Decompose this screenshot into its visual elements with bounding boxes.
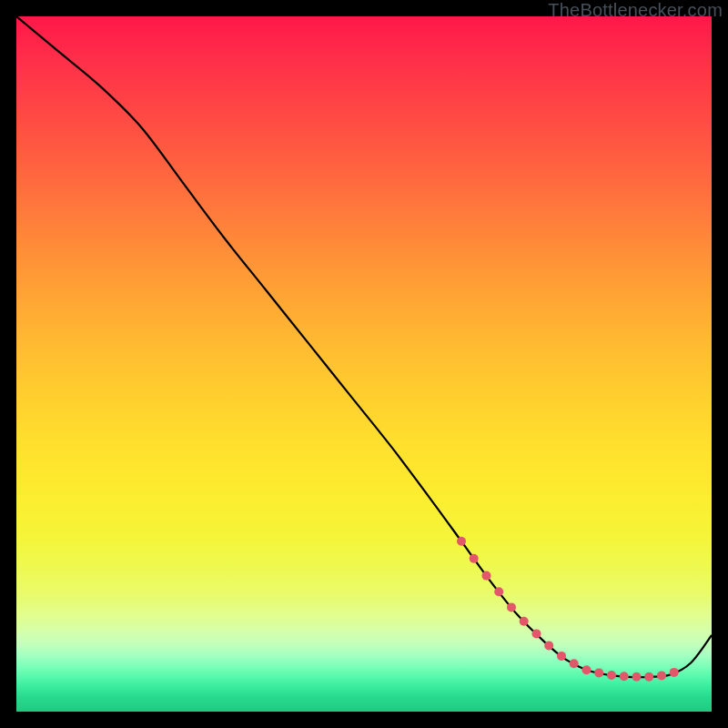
curve-dot [570, 659, 579, 668]
curve-dot [544, 641, 553, 650]
curve-dot [594, 668, 603, 677]
curve-dot [607, 671, 616, 680]
curve-dot [494, 587, 503, 596]
curve-dot [470, 554, 479, 563]
plot-area [16, 16, 712, 712]
curve-dot [482, 571, 491, 581]
curve-line [16, 16, 712, 677]
watermark-text: TheBottlenecker.com [548, 0, 723, 21]
curve-layer [16, 16, 712, 712]
curve-dot [457, 537, 466, 546]
curve-dot [632, 672, 642, 682]
curve-dot [557, 652, 566, 661]
curve-dot [532, 629, 541, 638]
bottleneck-curve [16, 16, 712, 682]
curve-dot [620, 672, 629, 681]
curve-dot [582, 665, 592, 674]
chart-stage: TheBottlenecker.com [0, 0, 728, 728]
curve-dot [670, 668, 679, 677]
curve-dot [644, 672, 653, 682]
curve-dot [657, 671, 666, 680]
curve-dot [520, 617, 529, 626]
curve-dot [507, 602, 516, 612]
